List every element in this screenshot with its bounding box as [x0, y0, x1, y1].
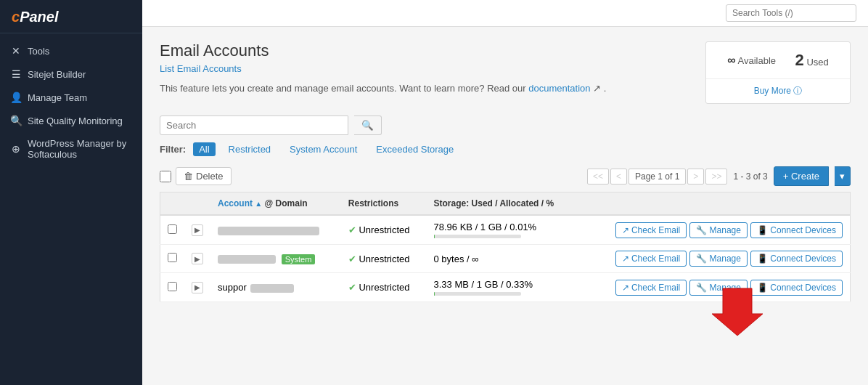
account-name-blurred — [218, 227, 319, 235]
storage-bar-wrap — [434, 235, 521, 238]
logo: cPanel — [0, 0, 142, 33]
row-checkbox-cell — [160, 215, 185, 245]
check-icon: ✔ — [348, 254, 356, 264]
create-button[interactable]: + Create — [774, 166, 829, 186]
action-buttons: ↗ Check Email 🔧 Manage 📱 Connect Devices — [585, 280, 843, 296]
row-actions-cell: ↗ Check Email 🔧 Manage 📱 Connect Devices — [578, 245, 850, 273]
th-storage: Storage: Used / Allocated / % — [427, 192, 578, 216]
stats-used: 2 Used — [795, 51, 829, 70]
sidebar-item-tools[interactable]: ✕ Tools — [0, 39, 142, 62]
email-accounts-table: Account ▲ @ Domain Restrictions Storage:… — [160, 192, 851, 302]
sidebar-item-label: Site Quality Monitoring — [28, 115, 123, 126]
filter-system-account[interactable]: System Account — [284, 142, 363, 156]
row-account-cell: suppor — [210, 273, 341, 302]
storage-text: 0 bytes / ∞ — [434, 254, 571, 264]
top-bar — [142, 0, 868, 27]
row-restrictions-cell: ✔ Unrestricted — [341, 273, 427, 302]
search-tools-input[interactable] — [726, 4, 856, 22]
check-email-button[interactable]: ↗ Check Email — [615, 251, 687, 267]
search-toolbar: 🔍 — [160, 115, 851, 135]
table-row: ▶ suppor ✔ Unrestricted 3.33 MB / 1 GB /… — [160, 273, 851, 302]
pagination: << < Page 1 of 1 > >> — [587, 169, 727, 185]
delete-label: Delete — [196, 171, 224, 182]
content-area: ∞ Available 2 Used Buy More ⓘ Email A — [142, 27, 868, 385]
sidebar-item-manage-team[interactable]: 👤 Manage Team — [0, 86, 142, 109]
manage-button-row3[interactable]: 🔧 Manage — [689, 280, 748, 296]
stats-bottom: Buy More ⓘ — [706, 79, 850, 103]
row-checkbox-cell — [160, 245, 185, 273]
stats-available: ∞ Available — [727, 54, 776, 67]
row-checkbox[interactable] — [168, 253, 177, 262]
action-row: 🗑 Delete << < Page 1 of 1 > >> 1 - 3 of … — [160, 166, 851, 186]
sidebar-nav: ✕ Tools ☰ Sitejet Builder 👤 Manage Team … — [0, 33, 142, 166]
delete-button[interactable]: 🗑 Delete — [176, 167, 232, 185]
row-storage-cell: 0 bytes / ∞ — [427, 245, 578, 273]
right-actions: << < Page 1 of 1 > >> 1 - 3 of 3 + Creat… — [587, 166, 851, 186]
th-account: Account ▲ @ Domain — [210, 192, 341, 216]
storage-text: 3.33 MB / 1 GB / 0.33% — [434, 279, 571, 290]
quality-icon: 🔍 — [10, 115, 22, 126]
filter-restricted[interactable]: Restricted — [223, 142, 277, 156]
buy-more-label: Buy More — [754, 86, 791, 96]
first-page-button[interactable]: << — [587, 169, 609, 185]
row-expand-cell: ▶ — [184, 215, 210, 245]
account-name: suppor — [218, 282, 247, 293]
expand-button[interactable]: ▶ — [192, 253, 203, 264]
connect-devices-button[interactable]: 📱 Connect Devices — [750, 222, 843, 238]
check-icon: ✔ — [348, 282, 356, 293]
select-all-checkbox[interactable] — [160, 171, 171, 182]
connect-devices-button[interactable]: 📱 Connect Devices — [750, 251, 843, 267]
main-wrapper: ∞ Available 2 Used Buy More ⓘ Email A — [142, 0, 868, 385]
available-value: ∞ — [727, 54, 735, 66]
left-actions: 🗑 Delete — [160, 167, 232, 185]
th-actions — [578, 192, 850, 216]
row-expand-cell: ▶ — [184, 245, 210, 273]
check-email-button[interactable]: ↗ Check Email — [615, 222, 687, 238]
create-caret-button[interactable]: ▾ — [835, 166, 851, 186]
filter-all[interactable]: All — [193, 142, 215, 156]
stats-top: ∞ Available 2 Used — [706, 42, 850, 79]
connect-devices-button[interactable]: 📱 Connect Devices — [750, 280, 843, 296]
expand-button[interactable]: ▶ — [192, 282, 203, 293]
action-buttons: ↗ Check Email 🔧 Manage 📱 Connect Devices — [585, 222, 843, 238]
sidebar-item-sitejet[interactable]: ☰ Sitejet Builder — [0, 62, 142, 86]
storage-text: 78.96 KB / 1 GB / 0.01% — [434, 222, 571, 232]
filter-label: Filter: — [160, 144, 186, 155]
search-input[interactable] — [160, 115, 348, 135]
row-checkbox[interactable] — [168, 224, 177, 234]
breadcrumb[interactable]: List Email Accounts — [160, 63, 242, 74]
row-checkbox[interactable] — [168, 282, 177, 291]
sort-account-link[interactable]: Account ▲ — [218, 198, 262, 208]
action-buttons: ↗ Check Email 🔧 Manage 📱 Connect Devices — [585, 251, 843, 267]
restrictions-value: Unrestricted — [359, 254, 409, 264]
filter-exceeded-storage[interactable]: Exceeded Storage — [370, 142, 459, 156]
page-info: Page 1 of 1 — [629, 169, 686, 185]
sidebar-item-wordpress[interactable]: ⊕ WordPress Manager by Softaculous — [0, 132, 142, 166]
row-restrictions-cell: ✔ Unrestricted — [341, 245, 427, 273]
manage-button[interactable]: 🔧 Manage — [689, 251, 748, 267]
stats-box: ∞ Available 2 Used Buy More ⓘ — [705, 41, 851, 104]
storage-bar-wrap — [434, 292, 521, 296]
sitejet-icon: ☰ — [10, 68, 22, 80]
check-email-button[interactable]: ↗ Check Email — [615, 280, 687, 296]
info-icon: ⓘ — [793, 86, 802, 96]
row-expand-cell: ▶ — [184, 273, 210, 302]
manage-button[interactable]: 🔧 Manage — [689, 222, 748, 238]
system-badge: System — [282, 254, 316, 264]
team-icon: 👤 — [10, 92, 22, 103]
external-link-icon: ↗ — [593, 83, 601, 94]
sidebar-item-site-quality[interactable]: 🔍 Site Quality Monitoring — [0, 109, 142, 132]
buy-more-link[interactable]: Buy More ⓘ — [754, 86, 803, 96]
filter-bar: Filter: All Restricted System Account Ex… — [160, 142, 851, 156]
sidebar: cPanel ✕ Tools ☰ Sitejet Builder 👤 Manag… — [0, 0, 142, 385]
row-actions-cell: ↗ Check Email 🔧 Manage 📱 Connect Devices — [578, 215, 850, 245]
row-account-cell — [210, 215, 341, 245]
last-page-button[interactable]: >> — [705, 169, 727, 185]
check-icon: ✔ — [348, 224, 356, 235]
search-button[interactable]: 🔍 — [354, 115, 382, 135]
expand-button[interactable]: ▶ — [192, 224, 203, 236]
prev-page-button[interactable]: < — [610, 169, 627, 185]
th-restrictions: Restrictions — [341, 192, 427, 216]
next-page-button[interactable]: > — [687, 169, 704, 185]
documentation-link[interactable]: documentation — [528, 83, 590, 94]
